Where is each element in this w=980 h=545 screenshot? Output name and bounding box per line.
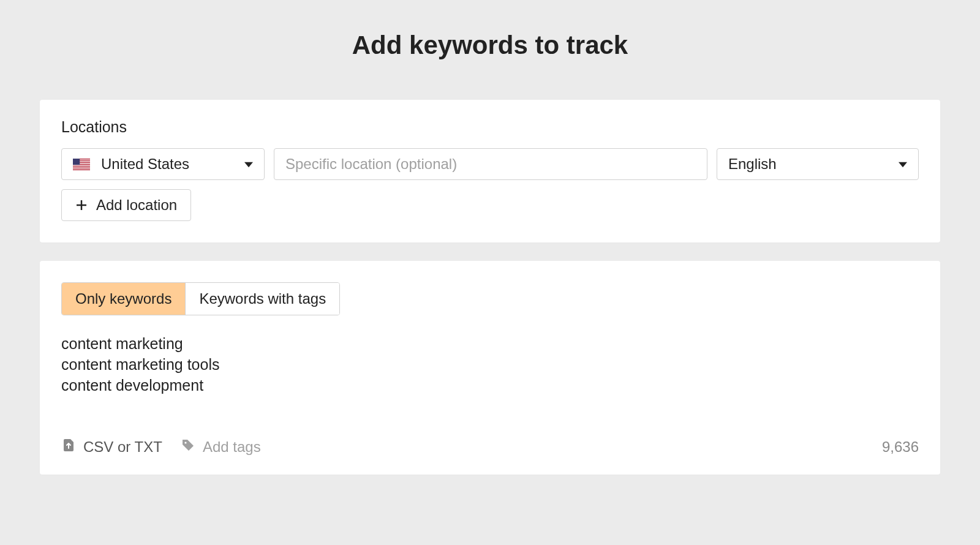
us-flag-icon <box>73 159 90 170</box>
specific-location-input[interactable] <box>285 156 696 173</box>
svg-rect-5 <box>73 167 90 167</box>
keywords-footer: CSV or TXT Add tags 9,636 <box>61 438 919 456</box>
keywords-textarea[interactable]: content marketing content marketing tool… <box>61 334 919 419</box>
svg-rect-7 <box>73 159 80 165</box>
csv-label: CSV or TXT <box>83 438 162 456</box>
country-select[interactable]: United States <box>61 148 265 180</box>
keywords-card: Only keywords Keywords with tags content… <box>40 261 940 475</box>
locations-label: Locations <box>61 118 919 136</box>
locations-row: United States English <box>61 148 919 180</box>
add-tags-button[interactable]: Add tags <box>181 438 261 456</box>
keyword-line: content development <box>61 375 919 396</box>
upload-csv-button[interactable]: CSV or TXT <box>61 438 162 456</box>
tab-keywords-with-tags[interactable]: Keywords with tags <box>186 283 339 315</box>
plus-icon <box>75 199 88 211</box>
tags-label: Add tags <box>203 438 261 456</box>
upload-file-icon <box>61 438 76 456</box>
add-location-button[interactable]: Add location <box>61 189 191 221</box>
language-value: English <box>728 156 777 173</box>
language-select[interactable]: English <box>717 148 919 180</box>
caret-down-icon <box>244 156 253 173</box>
page-title: Add keywords to track <box>40 31 940 60</box>
specific-location-input-wrapper <box>274 148 707 180</box>
svg-rect-6 <box>73 168 90 169</box>
keyword-line: content marketing <box>61 334 919 355</box>
svg-rect-4 <box>73 165 90 165</box>
footer-actions: CSV or TXT Add tags <box>61 438 261 456</box>
keyword-line: content marketing tools <box>61 355 919 375</box>
keywords-remaining-count: 9,636 <box>882 438 919 456</box>
country-value: United States <box>101 156 189 173</box>
svg-point-10 <box>184 442 186 443</box>
add-location-label: Add location <box>96 197 177 214</box>
locations-card: Locations United States <box>40 100 940 242</box>
tab-only-keywords[interactable]: Only keywords <box>62 283 186 315</box>
keywords-tab-group: Only keywords Keywords with tags <box>61 282 340 315</box>
tag-icon <box>181 438 195 456</box>
caret-down-icon <box>899 156 907 173</box>
